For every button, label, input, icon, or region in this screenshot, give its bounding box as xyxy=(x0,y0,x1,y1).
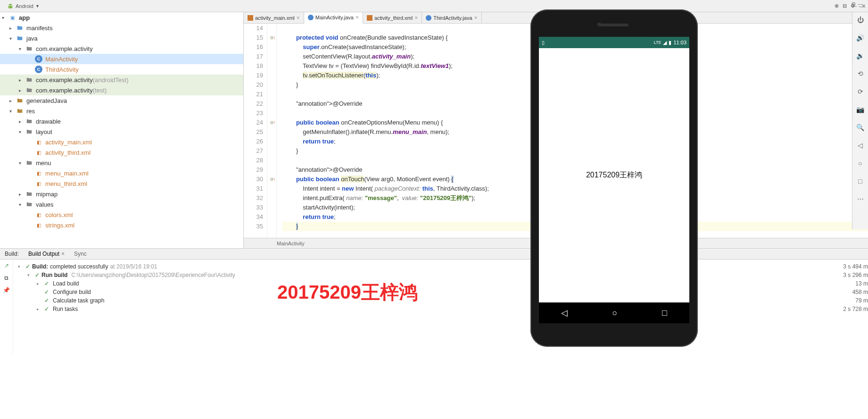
tree-toggle[interactable]: ▾ xyxy=(2,15,8,20)
collapse-icon[interactable]: ⊕ xyxy=(835,3,839,9)
divide-icon[interactable]: ⊟ xyxy=(843,3,847,9)
tree-toggle[interactable]: ▾ xyxy=(18,264,24,269)
build-text: Load build xyxy=(53,280,79,287)
build-line[interactable]: ✓Calculate task graph xyxy=(18,296,863,305)
back-button[interactable]: ◁ xyxy=(561,308,568,318)
tree-item[interactable]: ▾res xyxy=(0,106,243,116)
tree-toggle[interactable]: ▸ xyxy=(19,119,25,124)
tree-toggle[interactable]: ▸ xyxy=(37,307,42,311)
tree-toggle[interactable]: ▾ xyxy=(9,36,15,41)
build-line[interactable]: ✓Configure build xyxy=(18,288,863,296)
tree-item[interactable]: ◧menu_main.xml xyxy=(0,168,243,178)
gutter-marker xyxy=(267,90,276,99)
filter-icon[interactable]: ⧉ xyxy=(4,275,8,281)
tree-item[interactable]: ▸mipmap xyxy=(0,189,243,199)
tree-item[interactable]: ◧activity_main.xml xyxy=(0,137,243,147)
rotate-left-icon[interactable]: ⟲ xyxy=(856,69,865,78)
gutter-marker xyxy=(267,156,276,165)
tree-item[interactable]: ▸drawable xyxy=(0,116,243,126)
overview-icon[interactable]: □ xyxy=(856,176,865,186)
build-line[interactable]: ▾✓Build: completed successfully at 2019/… xyxy=(18,262,863,271)
build-content[interactable]: 3 s 494 m3 s 296 m13 m458 m79 m2 s 728 m… xyxy=(13,260,868,354)
tree-item[interactable]: CMainActivity xyxy=(0,54,243,64)
back-icon[interactable]: ◁ xyxy=(856,141,865,150)
app-content[interactable]: 20175209王梓鸿 xyxy=(539,48,689,302)
zoom-icon[interactable]: 🔍 xyxy=(856,123,865,132)
tree-label: res xyxy=(26,108,35,115)
editor-tab[interactable]: activity_main.xml× xyxy=(244,12,304,23)
build-time: 458 m xyxy=(843,288,868,296)
tree-toggle[interactable]: ▾ xyxy=(19,160,25,166)
folder-icon xyxy=(25,117,33,125)
editor-tab[interactable]: activity_third.xml× xyxy=(363,12,422,23)
tree-toggle[interactable]: ▸ xyxy=(19,77,25,83)
tree-toggle[interactable]: ▾ xyxy=(19,129,25,134)
close-icon[interactable]: × xyxy=(61,251,65,257)
tree-root[interactable]: ▾ ▣ app xyxy=(0,12,243,23)
tree-toggle[interactable]: ▾ xyxy=(9,109,15,114)
tree-toggle[interactable]: ▸ xyxy=(37,281,42,286)
tree-toggle[interactable]: ▸ xyxy=(9,98,15,103)
tree-toggle[interactable]: ▸ xyxy=(9,25,15,31)
build-line[interactable]: ▸✓Load build xyxy=(18,279,863,288)
gear-icon[interactable]: ⚙ — xyxy=(851,1,863,8)
line-number: 25 xyxy=(244,127,263,137)
home-button[interactable]: ○ xyxy=(612,308,618,318)
rotate-right-icon[interactable]: ⟳ xyxy=(856,87,865,96)
sync-tab[interactable]: Sync xyxy=(69,251,91,257)
build-output-tab[interactable]: Build Output× xyxy=(24,251,69,257)
project-panel[interactable]: ▾ ▣ app ▸manifests▾java▾com.example.acti… xyxy=(0,12,244,248)
close-icon[interactable]: × xyxy=(474,15,478,21)
editor-tab[interactable]: MainActivity.java× xyxy=(304,12,363,24)
android-statusbar: ▯ LTE ◢ ▮ 11:03 xyxy=(539,37,689,48)
editor-tab[interactable]: ThirdActivity.java× xyxy=(422,12,481,23)
project-tree[interactable]: ▾ ▣ app ▸manifests▾java▾com.example.acti… xyxy=(0,12,243,230)
tree-toggle[interactable]: ▸ xyxy=(19,88,25,93)
tree-item[interactable]: ▸com.example.activity (androidTest) xyxy=(0,75,243,85)
tree-item[interactable]: ◧activity_third.xml xyxy=(0,147,243,158)
tree-toggle[interactable]: ▾ xyxy=(27,273,33,277)
message-text: 20175209王梓鸿 xyxy=(586,170,642,180)
volume-up-icon[interactable]: 🔊 xyxy=(856,33,865,42)
build-line[interactable]: ▸✓Run tasks xyxy=(18,305,863,313)
tree-item[interactable]: ▾layout xyxy=(0,126,243,137)
tree-item[interactable]: ◧menu_third.xml xyxy=(0,178,243,189)
volume-down-icon[interactable]: 🔉 xyxy=(856,51,865,60)
close-icon[interactable]: × xyxy=(355,14,359,21)
pin-icon[interactable]: 📌 xyxy=(3,287,10,293)
more-icon[interactable]: ⋯ xyxy=(856,194,865,204)
recents-button[interactable]: □ xyxy=(662,308,667,318)
tree-item[interactable]: CThirdActivity xyxy=(0,64,243,75)
tree-item[interactable]: ▸generatedJava xyxy=(0,95,243,106)
tree-item[interactable]: ▾java xyxy=(0,33,243,43)
emulator-screen[interactable]: ▯ LTE ◢ ▮ 11:03 20175209王梓鸿 ◁ ○ □ xyxy=(539,37,689,323)
xml-file-icon: ◧ xyxy=(35,149,42,156)
tree-item[interactable]: ◧strings.xml xyxy=(0,220,243,230)
tree-item[interactable]: ▸manifests xyxy=(0,23,243,33)
close-icon[interactable]: × xyxy=(414,15,418,21)
tree-label: activity_third.xml xyxy=(45,149,91,156)
line-number: 31 xyxy=(244,184,263,193)
tree-toggle[interactable]: ▾ xyxy=(19,46,25,51)
tree-item[interactable]: ▾menu xyxy=(0,158,243,168)
tree-item[interactable]: ▾values xyxy=(0,199,243,210)
tree-item[interactable]: ▸com.example.activity (test) xyxy=(0,85,243,95)
tree-label: menu_main.xml xyxy=(45,170,89,177)
power-icon[interactable]: ⏻ xyxy=(856,15,865,25)
check-icon: ✓ xyxy=(44,289,49,295)
home-icon[interactable]: ○ xyxy=(856,159,865,168)
close-icon[interactable]: × xyxy=(297,15,300,21)
check-icon: ✓ xyxy=(35,272,40,278)
battery-icon: ▮ xyxy=(669,40,671,46)
folder-icon xyxy=(25,190,33,198)
rerun-icon[interactable]: ↗ xyxy=(4,262,9,269)
tree-item[interactable]: ▾com.example.activity xyxy=(0,43,243,54)
tree-toggle[interactable]: ▾ xyxy=(19,202,25,207)
camera-icon[interactable]: 📷 xyxy=(856,105,865,114)
camera-icon xyxy=(597,23,601,26)
android-view-dropdown[interactable]: Android ▼ xyxy=(4,1,43,11)
tree-item[interactable]: ◧colors.xml xyxy=(0,210,243,220)
build-line[interactable]: ▾✓Run build C:\Users\wangzihong\Desktop\… xyxy=(18,271,863,279)
tree-toggle[interactable]: ▸ xyxy=(19,192,25,197)
build-bold: Run build xyxy=(41,272,67,278)
